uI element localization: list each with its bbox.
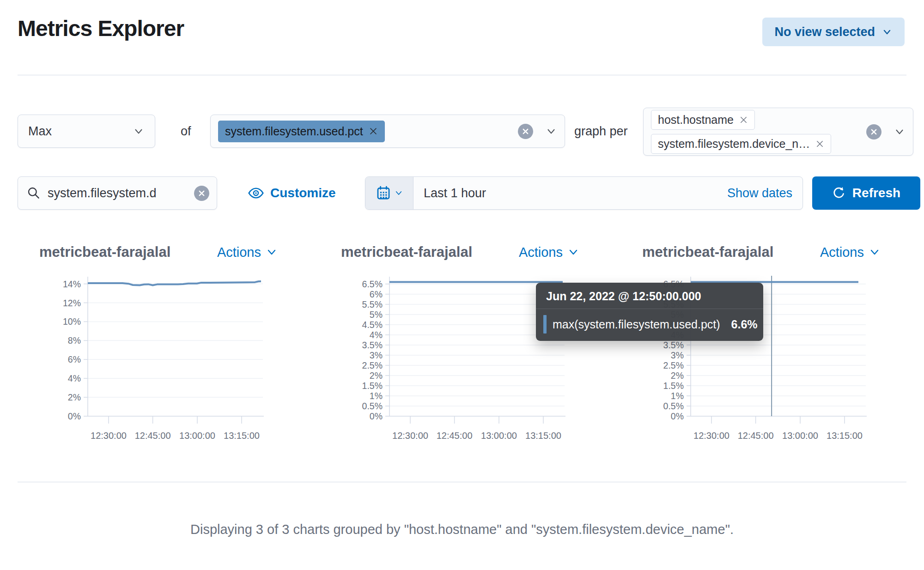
time-range-picker[interactable]: Last 1 hour Show dates — [365, 176, 803, 210]
metric-badge-label: system.filesystem.used.pct — [225, 125, 363, 138]
svg-text:12:30:00: 12:30:00 — [693, 431, 729, 441]
svg-text:4%: 4% — [68, 373, 81, 383]
search-input[interactable]: system.filesystem.d — [18, 176, 217, 210]
header-divider — [18, 75, 906, 75]
chart-actions-button[interactable]: Actions — [519, 245, 579, 260]
svg-text:12%: 12% — [63, 298, 81, 308]
search-value: system.filesystem.d — [48, 186, 188, 200]
chevron-down-icon[interactable] — [894, 126, 906, 138]
tooltip-series-label: max(system.filesystem.used.pct) — [553, 318, 720, 331]
svg-text:12:45:00: 12:45:00 — [135, 431, 171, 441]
svg-text:14%: 14% — [63, 279, 81, 289]
chevron-down-icon[interactable] — [545, 125, 557, 137]
svg-text:4.5%: 4.5% — [362, 320, 383, 330]
svg-text:5.5%: 5.5% — [362, 299, 383, 309]
svg-text:12:30:00: 12:30:00 — [91, 431, 127, 441]
eye-icon — [248, 185, 264, 201]
clear-selection-icon[interactable] — [518, 124, 533, 139]
metric-chart: metricbeat-farajalal Actions 0%2%4%6%8%1… — [39, 242, 277, 446]
svg-text:10%: 10% — [63, 316, 81, 327]
chevron-down-icon — [568, 247, 579, 258]
page-title: Metrics Explorer — [18, 16, 184, 41]
of-label: of — [181, 115, 191, 148]
svg-text:13:00:00: 13:00:00 — [481, 431, 517, 441]
refresh-icon — [832, 186, 846, 200]
aggregation-value: Max — [28, 124, 133, 139]
svg-text:8%: 8% — [68, 335, 81, 346]
clear-selection-icon[interactable] — [866, 124, 881, 139]
charts-summary-text: Displaying 3 of 3 charts grouped by "hos… — [0, 522, 924, 537]
tooltip-timestamp: Jun 22, 2022 @ 12:50:00.000 — [536, 283, 763, 309]
remove-badge-icon[interactable] — [739, 115, 748, 124]
svg-text:1%: 1% — [370, 391, 383, 401]
refresh-label: Refresh — [852, 186, 900, 200]
svg-text:2.5%: 2.5% — [362, 360, 383, 370]
chart-title: metricbeat-farajalal — [341, 244, 472, 261]
search-icon — [26, 186, 41, 200]
chart-tooltip: Jun 22, 2022 @ 12:50:00.000 max(system.f… — [536, 283, 763, 341]
aggregation-select[interactable]: Max — [18, 115, 155, 148]
svg-text:6.5%: 6.5% — [362, 279, 383, 289]
time-range-value[interactable]: Last 1 hour — [424, 186, 727, 200]
customize-button[interactable]: Customize — [248, 176, 336, 210]
svg-text:2%: 2% — [370, 370, 383, 381]
customize-label: Customize — [270, 186, 336, 200]
group-badge-label: system.filesystem.device_n… — [658, 137, 810, 151]
view-selector-label: No view selected — [774, 25, 875, 39]
group-badge[interactable]: system.filesystem.device_n… — [651, 134, 831, 154]
svg-text:5%: 5% — [370, 309, 383, 320]
quick-select-button[interactable] — [365, 177, 413, 209]
svg-text:12:30:00: 12:30:00 — [392, 431, 428, 441]
chart-title: metricbeat-farajalal — [39, 244, 170, 261]
svg-text:12:45:00: 12:45:00 — [738, 431, 774, 441]
svg-text:0.5%: 0.5% — [663, 401, 684, 411]
footer-divider — [18, 482, 906, 482]
svg-text:12:45:00: 12:45:00 — [437, 431, 473, 441]
metric-badge[interactable]: system.filesystem.used.pct — [218, 121, 385, 142]
metric-chart: metricbeat-farajalal Actions 0%0.5%1%1.5… — [642, 242, 880, 446]
svg-text:2.5%: 2.5% — [663, 360, 684, 370]
chart-plot-area[interactable]: 0%2%4%6%8%10%12%14%12:30:0012:45:0013:00… — [39, 274, 277, 446]
chevron-down-icon — [133, 125, 145, 137]
svg-text:4%: 4% — [370, 330, 383, 340]
chart-actions-button[interactable]: Actions — [217, 245, 277, 260]
svg-text:13:15:00: 13:15:00 — [827, 431, 863, 441]
chevron-down-icon — [266, 247, 277, 258]
show-dates-button[interactable]: Show dates — [727, 186, 792, 200]
series-marker — [543, 315, 547, 334]
chevron-down-icon — [869, 247, 880, 258]
group-by-combobox[interactable]: host.hostname system.filesystem.device_n… — [643, 108, 913, 156]
svg-text:0%: 0% — [68, 411, 81, 421]
metric-chart: metricbeat-farajalal Actions 0%0.5%1%1.5… — [341, 242, 579, 446]
group-badge[interactable]: host.hostname — [651, 110, 755, 130]
chevron-down-icon — [395, 189, 403, 197]
svg-text:0.5%: 0.5% — [362, 401, 383, 411]
remove-badge-icon[interactable] — [369, 127, 378, 136]
svg-text:2%: 2% — [68, 392, 81, 402]
svg-text:13:00:00: 13:00:00 — [179, 431, 215, 441]
svg-text:13:00:00: 13:00:00 — [782, 431, 818, 441]
svg-text:3.5%: 3.5% — [663, 340, 684, 350]
svg-text:3%: 3% — [370, 350, 383, 360]
svg-text:2%: 2% — [671, 370, 684, 381]
svg-text:0%: 0% — [671, 411, 684, 421]
svg-text:13:15:00: 13:15:00 — [224, 431, 260, 441]
graph-per-label: graph per — [574, 115, 628, 148]
remove-badge-icon[interactable] — [815, 139, 824, 148]
refresh-button[interactable]: Refresh — [812, 176, 920, 210]
metrics-explorer-page: Metrics Explorer No view selected Max of… — [0, 0, 924, 570]
group-badge-label: host.hostname — [658, 113, 734, 127]
svg-text:6%: 6% — [68, 354, 81, 364]
svg-text:1.5%: 1.5% — [663, 381, 684, 391]
calendar-icon — [376, 185, 391, 201]
svg-text:3.5%: 3.5% — [362, 340, 383, 350]
svg-text:3%: 3% — [671, 350, 684, 360]
chart-actions-button[interactable]: Actions — [820, 245, 880, 260]
svg-text:1%: 1% — [671, 391, 684, 401]
view-selector-button[interactable]: No view selected — [762, 18, 905, 46]
svg-text:13:15:00: 13:15:00 — [525, 431, 561, 441]
svg-text:1.5%: 1.5% — [362, 381, 383, 391]
metric-field-combobox[interactable]: system.filesystem.used.pct — [210, 115, 565, 148]
svg-text:6%: 6% — [370, 289, 383, 299]
clear-search-icon[interactable] — [194, 186, 209, 201]
